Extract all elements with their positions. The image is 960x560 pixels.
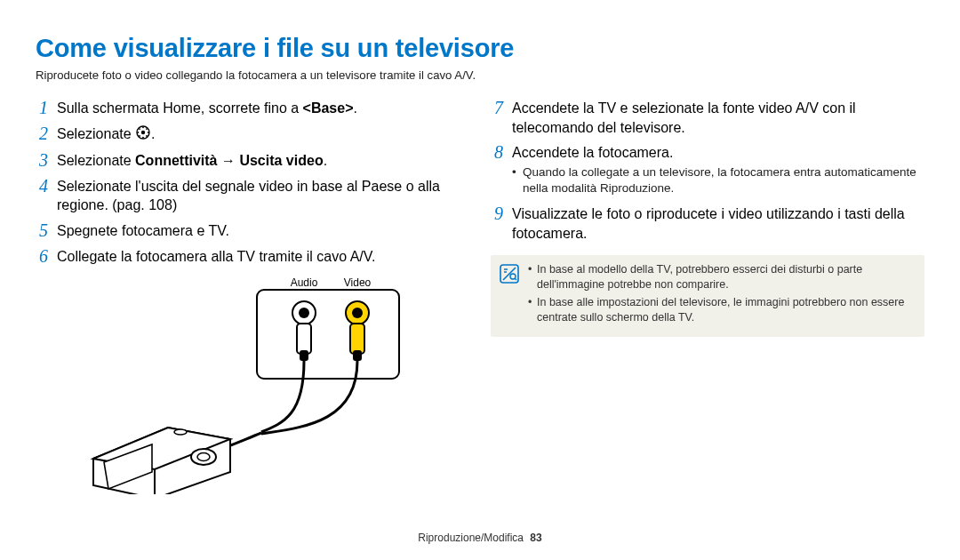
step-5: 5 Spegnete fotocamera e TV. bbox=[36, 220, 469, 241]
svg-point-4 bbox=[137, 132, 139, 133]
camera-icon bbox=[93, 428, 230, 494]
step-pre: Sulla schermata Home, scorrete fino a bbox=[57, 100, 303, 116]
step-3: 3 Selezionate Connettività → Uscita vide… bbox=[36, 150, 469, 171]
step-number: 5 bbox=[36, 220, 48, 241]
svg-point-3 bbox=[142, 137, 144, 139]
step-text: Collegate la fotocamera alla TV tramite … bbox=[57, 246, 375, 267]
svg-point-6 bbox=[139, 128, 140, 130]
note-item: In base alle impostazioni del televisore… bbox=[528, 295, 912, 325]
svg-rect-15 bbox=[297, 324, 311, 354]
video-label: Video bbox=[344, 276, 372, 289]
step-2: 2 Selezionate . bbox=[36, 124, 469, 145]
step-number: 4 bbox=[36, 176, 48, 196]
svg-point-7 bbox=[146, 128, 148, 130]
step-text: Selezionate l'uscita del segnale video i… bbox=[57, 176, 469, 215]
step-8: 8 Accendete la fotocamera. Quando la col… bbox=[491, 142, 924, 198]
footer-section: Riproduzione/Modifica bbox=[418, 532, 524, 544]
step-6: 6 Collegate la fotocamera alla TV tramit… bbox=[36, 246, 469, 267]
svg-point-9 bbox=[146, 135, 148, 137]
content-columns: 1 Sulla schermata Home, scorrete fino a … bbox=[36, 98, 924, 494]
svg-point-5 bbox=[148, 132, 149, 133]
svg-point-14 bbox=[352, 308, 363, 318]
note-box: In base al modello della TV, potrebbero … bbox=[491, 255, 924, 337]
connection-diagram: Audio Video bbox=[36, 272, 469, 494]
step-post: . bbox=[151, 126, 155, 141]
page-subtitle: Riproducete foto o video collegando la f… bbox=[36, 68, 924, 82]
step-text: Visualizzate le foto o riproducete i vid… bbox=[512, 204, 924, 243]
audio-label: Audio bbox=[291, 276, 318, 289]
step-number: 1 bbox=[36, 98, 48, 118]
footer-page-number: 83 bbox=[530, 532, 541, 544]
step-bold: Connettività → Uscita video bbox=[135, 153, 324, 168]
svg-rect-18 bbox=[353, 350, 362, 361]
step-bullets: Quando la collegate a un televisore, la … bbox=[512, 164, 924, 196]
step-number: 3 bbox=[36, 150, 48, 171]
note-item: In base al modello della TV, potrebbero … bbox=[528, 262, 912, 292]
step-number: 6 bbox=[36, 246, 48, 267]
svg-point-12 bbox=[299, 308, 309, 318]
step-text: Spegnete fotocamera e TV. bbox=[57, 220, 229, 241]
step-pre: Selezionate bbox=[57, 126, 135, 141]
step-number: 9 bbox=[491, 204, 503, 224]
step-number: 8 bbox=[491, 142, 503, 163]
tv-icon: Audio Video bbox=[257, 276, 399, 379]
step-text: Selezionate Connettività → Uscita video. bbox=[57, 150, 327, 171]
step-post: . bbox=[354, 100, 357, 116]
step-9: 9 Visualizzate le foto o riproducete i v… bbox=[491, 204, 924, 243]
step-pre: Selezionate bbox=[57, 153, 135, 168]
step-number: 2 bbox=[36, 124, 48, 144]
svg-point-2 bbox=[142, 126, 144, 128]
step-text: Selezionate . bbox=[57, 124, 156, 145]
step-text: Accendete la TV e selezionate la fonte v… bbox=[512, 98, 924, 137]
step-1: 1 Sulla schermata Home, scorrete fino a … bbox=[36, 98, 469, 118]
step-7: 7 Accendete la TV e selezionate la fonte… bbox=[491, 98, 924, 137]
svg-point-8 bbox=[139, 135, 140, 137]
step-bullet: Quando la collegate a un televisore, la … bbox=[512, 164, 924, 196]
target-icon bbox=[136, 125, 150, 145]
svg-point-21 bbox=[197, 452, 210, 460]
page-title: Come visualizzare i file su un televisor… bbox=[36, 34, 924, 63]
left-column: 1 Sulla schermata Home, scorrete fino a … bbox=[36, 98, 469, 494]
step-post: . bbox=[324, 153, 327, 168]
svg-point-1 bbox=[141, 131, 145, 134]
svg-rect-17 bbox=[350, 324, 364, 354]
step-text: Accendete la fotocamera. Quando la colle… bbox=[512, 142, 924, 198]
svg-rect-10 bbox=[257, 290, 399, 379]
step-text: Sulla schermata Home, scorrete fino a <B… bbox=[57, 98, 357, 118]
step-number: 7 bbox=[491, 98, 503, 118]
step-bold: <Base> bbox=[303, 100, 354, 116]
svg-rect-16 bbox=[300, 350, 308, 361]
step-pre: Accendete la fotocamera. bbox=[512, 145, 673, 160]
note-icon bbox=[500, 264, 519, 287]
right-column: 7 Accendete la TV e selezionate la fonte… bbox=[491, 98, 924, 494]
step-4: 4 Selezionate l'uscita del segnale video… bbox=[36, 176, 469, 215]
page-footer: Riproduzione/Modifica 83 bbox=[0, 532, 960, 544]
note-list: In base al modello della TV, potrebbero … bbox=[528, 262, 912, 328]
svg-point-22 bbox=[174, 429, 187, 435]
